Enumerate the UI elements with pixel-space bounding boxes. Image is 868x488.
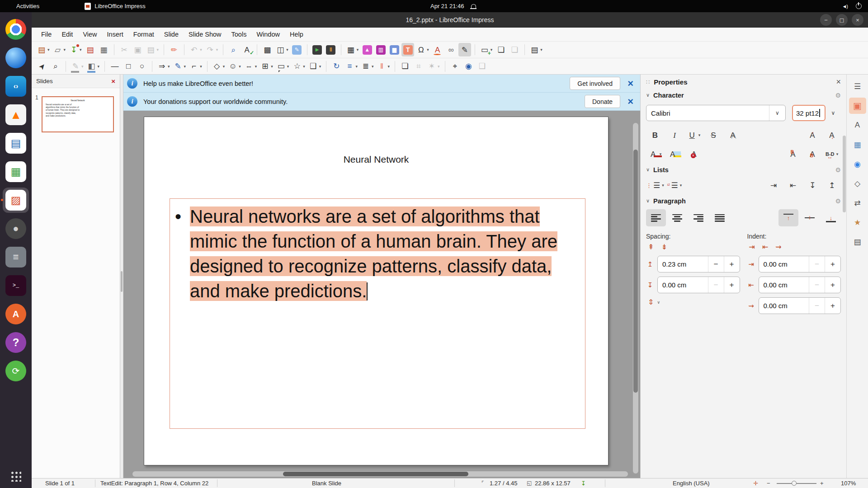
dropdown-arrow-icon[interactable]: ▾ [357,47,359,52]
dropdown-arrow-icon[interactable]: ▾ [200,47,202,52]
collapse-chevron-icon[interactable]: ∨ [646,198,650,204]
before-indent-increase-button[interactable]: + [825,256,840,272]
dropdown-arrow-icon[interactable]: ▾ [223,64,225,69]
sidebar-styles-tab[interactable]: A [849,117,866,133]
zoom-out-icon[interactable]: − [767,480,770,487]
dropdown-arrow-icon[interactable]: ▾ [836,152,839,156]
infobar-close-icon[interactable]: × [627,79,633,89]
slide-title-text[interactable]: Neural Network [144,154,608,165]
insert-textbox-button[interactable]: T [401,43,414,56]
infobar-close-icon[interactable]: × [627,97,633,107]
power-icon[interactable] [856,3,862,9]
get-involved-button[interactable]: Get involved [570,77,620,90]
dropdown-arrow-icon[interactable]: ▾ [184,64,186,69]
slide-page[interactable]: Neural Network •Neural networks are a se… [144,117,609,465]
delete-slide-button[interactable]: ❏ [508,43,521,56]
insert-media-button[interactable]: ▥ [374,43,387,56]
horizontal-scrollbar[interactable] [132,471,628,477]
below-spacing-decrease-button[interactable]: − [708,277,724,293]
menu-tools[interactable]: Tools [226,29,252,40]
dropdown-arrow-icon[interactable]: ▾ [680,183,682,188]
demote-button[interactable]: ⇥ [764,178,783,192]
dropdown-arrow-icon[interactable]: ▾ [286,47,288,52]
selected-text[interactable]: Neural networks are a set of algorithms … [190,206,540,226]
insert-line-button[interactable]: — [108,60,121,73]
find-replace-button[interactable]: ⌕ [227,43,240,56]
above-spacing-increase-button[interactable]: + [724,256,740,272]
above-paragraph-spacing-field[interactable]: 0.23 cm − + [657,256,740,272]
dropdown-arrow-icon[interactable]: ▾ [540,47,542,52]
zoom-level-status[interactable]: 107% [841,480,856,487]
align-objects-button[interactable]: ≡▾ [344,60,359,73]
paragraph-section-header[interactable]: ∨ Paragraph ⚙ [641,195,846,207]
open-button[interactable]: ▱▾ [52,43,67,56]
increase-font-size-button[interactable]: A [803,128,821,142]
shadow-text-button[interactable]: A [724,128,742,142]
display-views-button[interactable]: ◫▾ [274,43,290,56]
align-right-button[interactable] [689,209,708,226]
line-spacing-button[interactable]: ⇕ ∨ [648,298,660,306]
decrease-indent-button[interactable]: ⇤ [762,243,768,251]
before-indent-decrease-button[interactable]: − [809,256,825,272]
redo-button[interactable]: ↷▾ [204,43,220,56]
start-first-slide-button[interactable]: ▶ [311,43,324,56]
zoom-pan-button[interactable]: ⌕ [49,60,62,73]
cut-button[interactable]: ✂ [118,43,131,56]
language-status[interactable]: English (USA) [673,480,710,487]
shadow-button[interactable]: ❏ [399,60,411,73]
dock-software[interactable]: A [3,301,29,327]
vertical-scrollbar-thumb[interactable] [633,150,638,393]
basic-shapes-button[interactable]: ◇▾ [211,60,226,73]
fontwork-button[interactable]: A [431,43,444,56]
menu-help[interactable]: Help [285,29,308,40]
arrange-button[interactable]: ≣▾ [360,60,375,73]
symbol-shapes-button[interactable]: ☺▾ [227,60,242,73]
content-text-frame[interactable]: •Neural networks are a set of algorithms… [170,198,585,429]
titlebar[interactable]: 16_2.pptx - LibreOffice Impress − ◻ × [32,12,868,28]
show-applications-button[interactable] [10,471,21,482]
slide-layout-button[interactable]: ▤▾ [528,43,544,56]
clear-formatting-button[interactable]: A [685,147,703,161]
menu-slide-show[interactable]: Slide Show [184,29,226,40]
font-size-input[interactable]: 32 pt12 [792,105,826,121]
stars-button[interactable]: ☆▾ [291,60,307,73]
dropdown-arrow-icon[interactable]: ▾ [64,47,66,52]
flowchart-button[interactable]: ⊞▾ [259,60,274,73]
move-up-button[interactable]: ↥ [823,178,841,192]
dock-writer[interactable]: ▤ [3,131,29,156]
dropdown-arrow-icon[interactable]: ▾ [372,64,374,69]
dropdown-arrow-icon[interactable]: ▾ [47,47,50,52]
slides-panel-close-icon[interactable]: × [111,77,115,85]
dropdown-arrow-icon[interactable]: ▾ [80,47,82,52]
content-line[interactable]: mimic the function of a human brain. The… [190,229,557,254]
save-button[interactable]: ↧▾ [68,43,83,56]
dropdown-arrow-icon[interactable]: ▾ [698,133,701,137]
dock-vlc[interactable]: ▲ [3,102,29,127]
insert-image-button[interactable]: ▲ [361,43,373,56]
show-draw-functions-button[interactable]: ✎ [458,43,471,56]
font-name-combobox[interactable]: Calibri ∨ [646,105,786,121]
master-slide-button[interactable]: ✎ [291,43,303,56]
below-paragraph-spacing-field[interactable]: 0.00 cm − + [657,277,740,293]
dock-help[interactable]: ? [3,330,29,355]
horizontal-scrollbar-thumb[interactable] [283,472,468,476]
volume-icon[interactable]: ◄) [842,4,848,9]
zoom-slider-thumb[interactable] [792,481,797,486]
slide-layout-status[interactable]: Blank Slide [312,480,341,487]
insert-table-button[interactable]: ▦▾ [345,43,360,56]
menu-slide[interactable]: Slide [159,29,184,40]
block-arrows-button[interactable]: ⇔▾ [243,60,259,73]
dock-impress[interactable]: ▨ [3,188,29,213]
dropdown-arrow-icon[interactable]: ▾ [157,47,159,52]
collapse-chevron-icon[interactable]: ∨ [646,92,650,98]
increase-indent-button[interactable]: ⇥ [749,243,755,251]
dropdown-arrow-icon[interactable]: ▾ [319,64,321,69]
dropdown-arrow-icon[interactable]: ▾ [98,64,100,69]
dropdown-arrow-icon[interactable]: ▾ [387,64,390,69]
insert-special-char-button[interactable]: Ω▾ [415,43,430,56]
menu-format[interactable]: Format [128,29,159,40]
callout-shapes-button[interactable]: ▭▾ [275,60,291,73]
after-indent-increase-button[interactable]: + [825,277,840,293]
content-line[interactable]: designed to recognize patterns, classify… [190,254,557,279]
document-modified-icon[interactable]: ↧ [581,480,586,487]
